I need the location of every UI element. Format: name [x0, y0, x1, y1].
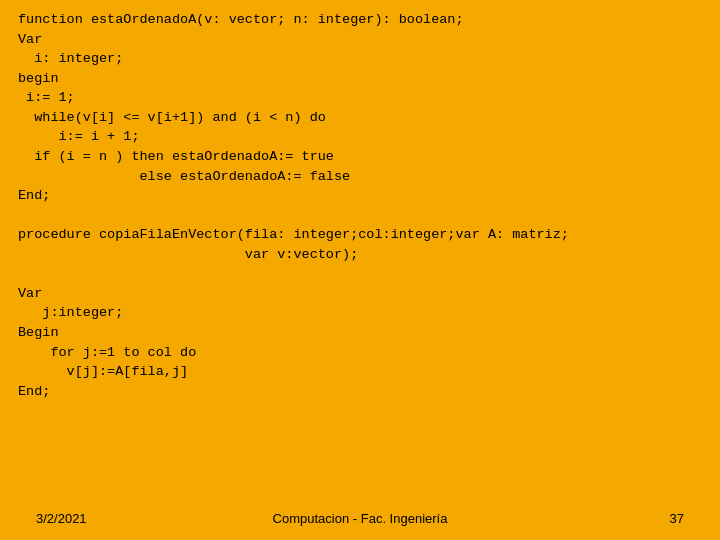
code-line-9: else estaOrdenadoA:= false: [18, 169, 350, 184]
code-block: function estaOrdenadoA(v: vector; n: int…: [18, 10, 702, 401]
footer-page: 37: [468, 511, 684, 526]
footer-date: 3/2/2021: [36, 511, 252, 526]
code-line-8: if (i = n ) then estaOrdenadoA:= true: [18, 149, 334, 164]
code-line-1: function estaOrdenadoA(v: vector; n: int…: [18, 12, 464, 27]
code-line-15: Var: [18, 286, 42, 301]
code-line-20: End;: [18, 384, 50, 399]
code-line-7: i:= i + 1;: [18, 129, 140, 144]
footer-center: Computacion - Fac. Ingeniería: [252, 511, 468, 526]
code-line-12: procedure copiaFilaEnVector(fila: intege…: [18, 227, 569, 242]
code-line-13: var v:vector);: [18, 247, 358, 262]
code-line-2: Var: [18, 32, 42, 47]
code-area: function estaOrdenadoA(v: vector; n: int…: [0, 0, 720, 496]
code-line-10: End;: [18, 188, 50, 203]
footer: 3/2/2021 Computacion - Fac. Ingeniería 3…: [0, 496, 720, 540]
code-line-18: for j:=1 to col do: [18, 345, 196, 360]
code-line-4: begin: [18, 71, 59, 86]
code-line-17: Begin: [18, 325, 59, 340]
code-line-3: i: integer;: [18, 51, 123, 66]
code-line-19: v[j]:=A[fila,j]: [18, 364, 188, 379]
code-line-16: j:integer;: [18, 305, 123, 320]
code-line-5: i:= 1;: [18, 90, 75, 105]
code-line-6: while(v[i] <= v[i+1]) and (i < n) do: [18, 110, 326, 125]
